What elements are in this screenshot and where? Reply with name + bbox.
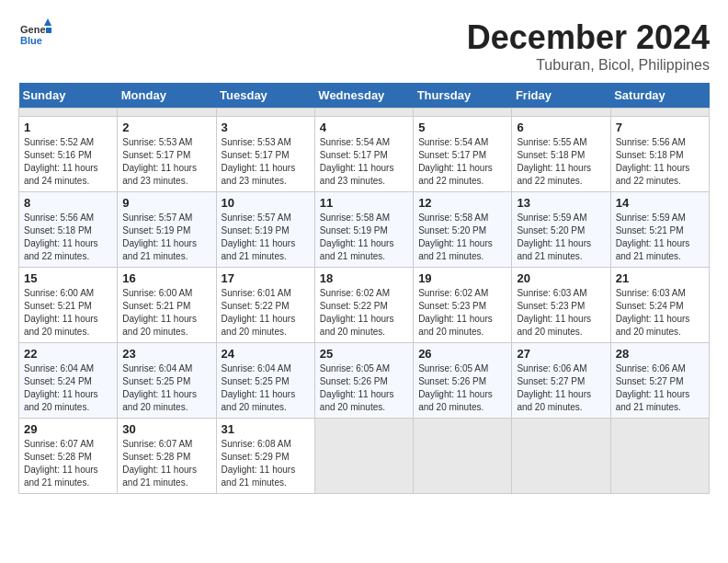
column-header-tuesday: Tuesday	[216, 83, 314, 109]
calendar-cell: 11Sunrise: 5:58 AMSunset: 5:19 PMDayligh…	[314, 192, 413, 268]
logo-icon: General Blue	[18, 18, 51, 52]
calendar-cell: 5Sunrise: 5:54 AMSunset: 5:17 PMDaylight…	[414, 117, 512, 192]
day-number: 11	[320, 196, 408, 210]
day-detail: Sunrise: 6:03 AMSunset: 5:24 PMDaylight:…	[616, 287, 704, 339]
calendar-cell	[512, 419, 610, 494]
day-detail: Sunrise: 6:05 AMSunset: 5:26 PMDaylight:…	[418, 362, 506, 414]
calendar-cell: 27Sunrise: 6:06 AMSunset: 5:27 PMDayligh…	[512, 343, 610, 419]
calendar-cell	[414, 419, 512, 494]
day-number: 26	[418, 347, 506, 361]
calendar-cell: 16Sunrise: 6:00 AMSunset: 5:21 PMDayligh…	[118, 268, 216, 343]
day-number: 19	[418, 271, 506, 285]
day-detail: Sunrise: 6:02 AMSunset: 5:22 PMDaylight:…	[320, 287, 408, 339]
day-detail: Sunrise: 6:03 AMSunset: 5:23 PMDaylight:…	[517, 287, 605, 339]
svg-marker-4	[46, 28, 51, 33]
calendar-cell	[314, 419, 413, 494]
day-detail: Sunrise: 6:00 AMSunset: 5:21 PMDaylight:…	[24, 287, 112, 339]
day-detail: Sunrise: 6:01 AMSunset: 5:22 PMDaylight:…	[222, 287, 310, 339]
day-number: 21	[616, 271, 704, 285]
day-detail: Sunrise: 5:54 AMSunset: 5:17 PMDaylight:…	[418, 136, 506, 188]
day-detail: Sunrise: 6:07 AMSunset: 5:28 PMDaylight:…	[24, 438, 112, 489]
day-number: 6	[517, 121, 605, 134]
title-area: December 2024 Tuburan, Bicol, Philippine…	[467, 18, 710, 74]
calendar-cell: 30Sunrise: 6:07 AMSunset: 5:28 PMDayligh…	[118, 419, 216, 494]
calendar-cell: 13Sunrise: 5:59 AMSunset: 5:20 PMDayligh…	[512, 192, 610, 268]
calendar-cell: 2Sunrise: 5:53 AMSunset: 5:17 PMDaylight…	[118, 117, 216, 192]
day-detail: Sunrise: 5:58 AMSunset: 5:19 PMDaylight:…	[320, 212, 408, 263]
day-detail: Sunrise: 5:53 AMSunset: 5:17 PMDaylight:…	[122, 136, 210, 188]
calendar-week-5: 22Sunrise: 6:04 AMSunset: 5:24 PMDayligh…	[19, 343, 710, 419]
calendar-cell	[414, 109, 512, 117]
calendar-title: December 2024	[467, 18, 710, 57]
calendar-cell	[118, 109, 216, 117]
calendar-cell: 6Sunrise: 5:55 AMSunset: 5:18 PMDaylight…	[512, 117, 610, 192]
day-number: 4	[320, 121, 408, 134]
calendar-cell: 22Sunrise: 6:04 AMSunset: 5:24 PMDayligh…	[19, 343, 118, 419]
calendar-cell: 10Sunrise: 5:57 AMSunset: 5:19 PMDayligh…	[216, 192, 314, 268]
day-number: 12	[418, 196, 506, 210]
calendar-cell: 23Sunrise: 6:04 AMSunset: 5:25 PMDayligh…	[118, 343, 216, 419]
day-number: 23	[122, 347, 210, 361]
logo: General Blue	[18, 18, 55, 52]
calendar-cell: 14Sunrise: 5:59 AMSunset: 5:21 PMDayligh…	[610, 192, 709, 268]
day-number: 2	[122, 121, 210, 134]
calendar-cell	[610, 109, 709, 117]
day-number: 22	[24, 347, 112, 361]
day-detail: Sunrise: 6:00 AMSunset: 5:21 PMDaylight:…	[122, 287, 210, 339]
calendar-cell: 24Sunrise: 6:04 AMSunset: 5:25 PMDayligh…	[216, 343, 314, 419]
column-header-saturday: Saturday	[610, 83, 709, 109]
calendar-cell	[314, 109, 413, 117]
calendar-cell: 7Sunrise: 5:56 AMSunset: 5:18 PMDaylight…	[610, 117, 709, 192]
day-detail: Sunrise: 5:57 AMSunset: 5:19 PMDaylight:…	[222, 212, 310, 263]
calendar-subtitle: Tuburan, Bicol, Philippines	[467, 57, 710, 74]
day-number: 8	[24, 196, 112, 210]
day-detail: Sunrise: 6:07 AMSunset: 5:28 PMDaylight:…	[122, 438, 210, 489]
calendar-cell: 8Sunrise: 5:56 AMSunset: 5:18 PMDaylight…	[19, 192, 118, 268]
calendar-table: SundayMondayTuesdayWednesdayThursdayFrid…	[18, 83, 710, 494]
day-number: 30	[122, 422, 210, 436]
column-header-friday: Friday	[512, 83, 610, 109]
column-header-wednesday: Wednesday	[314, 83, 413, 109]
page-header: General Blue December 2024 Tuburan, Bico…	[18, 18, 710, 74]
column-header-thursday: Thursday	[414, 83, 512, 109]
calendar-week-3: 8Sunrise: 5:56 AMSunset: 5:18 PMDaylight…	[19, 192, 710, 268]
day-number: 17	[222, 271, 310, 285]
day-detail: Sunrise: 6:06 AMSunset: 5:27 PMDaylight:…	[616, 362, 704, 414]
calendar-cell: 20Sunrise: 6:03 AMSunset: 5:23 PMDayligh…	[512, 268, 610, 343]
day-detail: Sunrise: 5:56 AMSunset: 5:18 PMDaylight:…	[24, 212, 112, 263]
svg-text:Blue: Blue	[20, 35, 42, 46]
day-detail: Sunrise: 5:55 AMSunset: 5:18 PMDaylight:…	[517, 136, 605, 188]
calendar-cell	[19, 109, 118, 117]
calendar-week-1	[19, 109, 710, 117]
day-number: 18	[320, 271, 408, 285]
day-detail: Sunrise: 6:02 AMSunset: 5:23 PMDaylight:…	[418, 287, 506, 339]
day-number: 24	[222, 347, 310, 361]
day-detail: Sunrise: 5:58 AMSunset: 5:20 PMDaylight:…	[418, 212, 506, 263]
day-detail: Sunrise: 6:08 AMSunset: 5:29 PMDaylight:…	[222, 438, 310, 489]
calendar-cell: 21Sunrise: 6:03 AMSunset: 5:24 PMDayligh…	[610, 268, 709, 343]
day-detail: Sunrise: 5:54 AMSunset: 5:17 PMDaylight:…	[320, 136, 408, 188]
day-number: 5	[418, 121, 506, 134]
day-detail: Sunrise: 6:04 AMSunset: 5:24 PMDaylight:…	[24, 362, 112, 414]
calendar-week-6: 29Sunrise: 6:07 AMSunset: 5:28 PMDayligh…	[19, 419, 710, 494]
calendar-cell	[216, 109, 314, 117]
calendar-cell: 12Sunrise: 5:58 AMSunset: 5:20 PMDayligh…	[414, 192, 512, 268]
calendar-cell: 28Sunrise: 6:06 AMSunset: 5:27 PMDayligh…	[610, 343, 709, 419]
day-number: 9	[122, 196, 210, 210]
day-number: 27	[517, 347, 605, 361]
calendar-cell: 19Sunrise: 6:02 AMSunset: 5:23 PMDayligh…	[414, 268, 512, 343]
day-number: 14	[616, 196, 704, 210]
calendar-cell: 31Sunrise: 6:08 AMSunset: 5:29 PMDayligh…	[216, 419, 314, 494]
day-detail: Sunrise: 5:59 AMSunset: 5:20 PMDaylight:…	[517, 212, 605, 263]
calendar-cell: 4Sunrise: 5:54 AMSunset: 5:17 PMDaylight…	[314, 117, 413, 192]
calendar-cell: 1Sunrise: 5:52 AMSunset: 5:16 PMDaylight…	[19, 117, 118, 192]
calendar-cell: 3Sunrise: 5:53 AMSunset: 5:17 PMDaylight…	[216, 117, 314, 192]
day-detail: Sunrise: 5:56 AMSunset: 5:18 PMDaylight:…	[616, 136, 704, 188]
day-number: 16	[122, 271, 210, 285]
column-header-monday: Monday	[118, 83, 216, 109]
day-detail: Sunrise: 5:57 AMSunset: 5:19 PMDaylight:…	[122, 212, 210, 263]
day-detail: Sunrise: 6:05 AMSunset: 5:26 PMDaylight:…	[320, 362, 408, 414]
day-number: 29	[24, 422, 112, 436]
day-detail: Sunrise: 6:04 AMSunset: 5:25 PMDaylight:…	[222, 362, 310, 414]
column-header-sunday: Sunday	[19, 83, 118, 109]
